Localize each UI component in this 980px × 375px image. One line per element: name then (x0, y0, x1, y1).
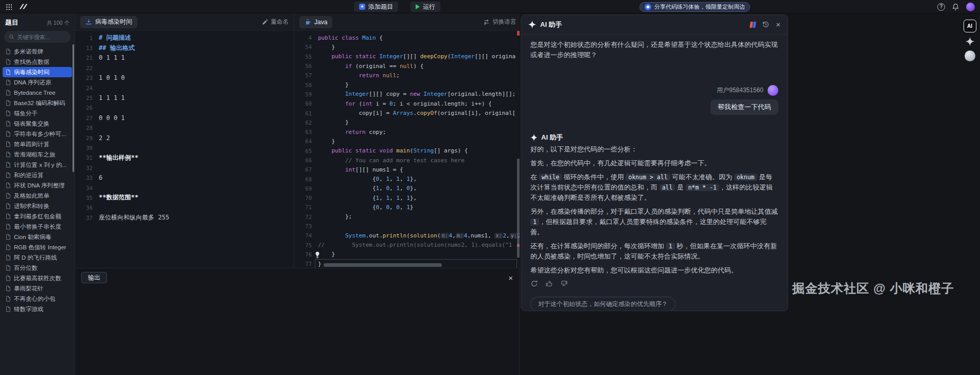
sidebar-item[interactable]: 不再贪心的小包 (3, 294, 72, 304)
code-line[interactable]: 61 copy[i] = Arrays.copyOf(original[i], … (294, 108, 521, 117)
juejin-logo-icon[interactable] (19, 3, 29, 10)
code-line[interactable]: 68 {0, 1, 1, 1}, (294, 174, 521, 183)
problem-tab[interactable]: 病毒感染时间 (80, 16, 137, 28)
run-button[interactable]: 运行 (411, 2, 440, 12)
code-line[interactable]: 56 if (original == null) { (294, 61, 521, 71)
code-line[interactable]: 69 {1, 0, 1, 0}, (294, 184, 521, 193)
switch-language-button[interactable]: 切换语言 (483, 18, 516, 26)
code-line[interactable]: 4public class Main { (294, 33, 521, 42)
rename-button[interactable]: 重命名 (262, 18, 289, 26)
markdown-line[interactable]: 13## 输出格式 (75, 43, 294, 53)
help-icon[interactable]: ? (937, 3, 945, 11)
app-grid-icon[interactable] (5, 3, 12, 10)
sidebar-item[interactable]: Cion 勒索病毒 (3, 232, 72, 242)
markdown-line[interactable]: 251 1 1 1 (75, 93, 294, 103)
code-line[interactable]: 57 return null; (294, 71, 521, 80)
markdown-line[interactable]: 30 (75, 143, 294, 152)
sidebar-item[interactable]: 和的逆运算 (3, 170, 72, 180)
sidebar-item[interactable]: 最小替换子串长度 (3, 221, 72, 232)
sidebar-item[interactable]: 查找热点数据 (3, 57, 72, 67)
markdown-line[interactable]: 32 (75, 163, 294, 173)
sidebar-item[interactable]: 环状 DNA 序列整理 (3, 180, 72, 191)
code-line[interactable]: 54 } (294, 42, 521, 52)
sidebar-item[interactable]: 计算位置 x 到 y 的... (3, 160, 72, 170)
code-line[interactable]: 65 public static void main(String[] args… (294, 146, 521, 156)
thumbs-up-icon[interactable] (545, 280, 553, 287)
sidebar-item[interactable]: RGB 色值转 Integer (3, 242, 72, 252)
close-icon[interactable]: × (776, 21, 780, 28)
sidebar-item[interactable]: 阿 D 的飞行路线 (3, 252, 72, 263)
markdown-line[interactable]: 231 0 1 0 (75, 73, 294, 83)
sidebar-item[interactable]: 及格如此简单 (3, 191, 72, 201)
code-line[interactable]: 67 int[][] nums1 = { (294, 165, 521, 174)
problem-editor[interactable]: 1# 问题描述13## 输出格式210 1 1 122231 0 1 02425… (75, 31, 294, 268)
markdown-line[interactable]: 36 (75, 203, 294, 213)
sidebar-item[interactable]: 病毒感染时间 (3, 67, 72, 77)
sidebar-item[interactable]: Bytedance Tree (3, 88, 72, 98)
code-line[interactable]: 75// System.out.println(solution(nums2, … (294, 241, 521, 250)
code-line[interactable]: 62 } (294, 118, 521, 127)
code-line[interactable]: 64 } (294, 137, 521, 146)
output-tab[interactable]: 输出 (81, 272, 107, 283)
refresh-icon[interactable] (530, 280, 538, 287)
lightbulb-icon[interactable] (315, 251, 320, 259)
markdown-line[interactable]: 24 (75, 83, 294, 93)
close-icon[interactable]: × (508, 274, 513, 282)
code-line[interactable]: 60 for (int i = 0; i < original.length; … (294, 99, 521, 108)
code-line[interactable]: 76 } (294, 250, 521, 259)
sidebar-item[interactable]: Base32 编码和解码 (3, 98, 72, 108)
sidebar-item[interactable]: 比赛最高获胜次数 (3, 273, 72, 283)
sidebar-item[interactable]: 拿到最多红包金额 (3, 211, 72, 221)
extension-logo-icon[interactable] (750, 22, 756, 28)
markdown-line[interactable]: 270 0 0 1 (75, 113, 294, 123)
sidebar-item[interactable]: 字符串有多少种可... (3, 129, 72, 139)
bell-icon[interactable] (952, 3, 959, 11)
sidebar-item[interactable]: DNA 序列还原 (3, 77, 72, 88)
code-editor[interactable]: 4public class Main {54 }55 public static… (294, 31, 521, 268)
code-line[interactable]: 70 {1, 1, 1, 1}, (294, 193, 521, 202)
suggestion-pill[interactable]: 对于这个初始状态，如何确定感染的优先顺序？ (530, 297, 675, 311)
search-box[interactable] (4, 31, 70, 43)
sidebar-item[interactable]: 百分位数 (3, 263, 72, 273)
markdown-line[interactable]: 22 (75, 63, 294, 73)
sidebar-item[interactable]: 青海湖租车之旅 (3, 149, 72, 160)
sidebar-item[interactable]: 多米诺骨牌 (3, 46, 72, 57)
markdown-line[interactable]: 35**数据范围** (75, 193, 294, 202)
ai-extension-badge[interactable]: AI (964, 20, 976, 32)
markdown-line[interactable]: 26 (75, 103, 294, 113)
code-line[interactable]: 55 public static Integer[][] deepCopy(In… (294, 52, 521, 61)
markdown-line[interactable]: 34 (75, 183, 294, 193)
sidebar-item[interactable]: 猜数字游戏 (3, 304, 72, 314)
floating-ball[interactable] (965, 50, 975, 61)
thumbs-down-icon[interactable] (560, 280, 568, 287)
sidebar-item[interactable]: 进制求和转换 (3, 201, 72, 211)
code-line[interactable]: 74 System.out.println(solution(n:4,m:4,n… (294, 231, 521, 240)
sidebar-scrollbar[interactable] (73, 44, 74, 172)
code-line[interactable]: 58 } (294, 80, 521, 89)
sidebar-item[interactable]: 猫鱼分干 (3, 108, 72, 118)
horizontal-scrollbar[interactable] (324, 263, 442, 267)
search-input[interactable] (17, 34, 66, 40)
markdown-line[interactable]: 28 (75, 123, 294, 133)
code-line[interactable]: 71 {0, 0, 0, 1} (294, 202, 521, 212)
markdown-line[interactable]: 210 1 1 1 (75, 53, 294, 63)
code-line[interactable]: 66 // You can add more test cases here (294, 156, 521, 165)
code-line[interactable]: 59 Integer[][] copy = new Integer[origin… (294, 90, 521, 99)
sidebar-item[interactable]: 链表聚集交换 (3, 118, 72, 129)
markdown-line[interactable]: 336 (75, 173, 294, 182)
history-icon[interactable] (762, 21, 770, 28)
add-problem-button[interactable]: + 添加题目 (354, 2, 398, 12)
code-line[interactable]: 72 }; (294, 212, 521, 221)
language-tab[interactable]: Java (299, 16, 332, 28)
markdown-line[interactable]: 37座位横向和纵向最多 255 (75, 213, 294, 223)
markdown-line[interactable]: 292 2 (75, 133, 294, 143)
topbar-avatar[interactable] (966, 3, 975, 11)
markdown-line[interactable]: 31**输出样例** (75, 153, 294, 163)
sidebar-item[interactable]: 简单四则计算 (3, 139, 72, 149)
code-line[interactable]: 63 return copy; (294, 127, 521, 137)
markdown-line[interactable]: 1# 问题描述 (75, 33, 294, 43)
share-banner[interactable]: 分享代码练习体验，领限量定制周边 (639, 2, 750, 12)
code-line[interactable]: 73 (294, 221, 521, 231)
sidebar-item[interactable]: 暴雨梨花针 (3, 283, 72, 294)
star-icon[interactable] (966, 37, 974, 46)
